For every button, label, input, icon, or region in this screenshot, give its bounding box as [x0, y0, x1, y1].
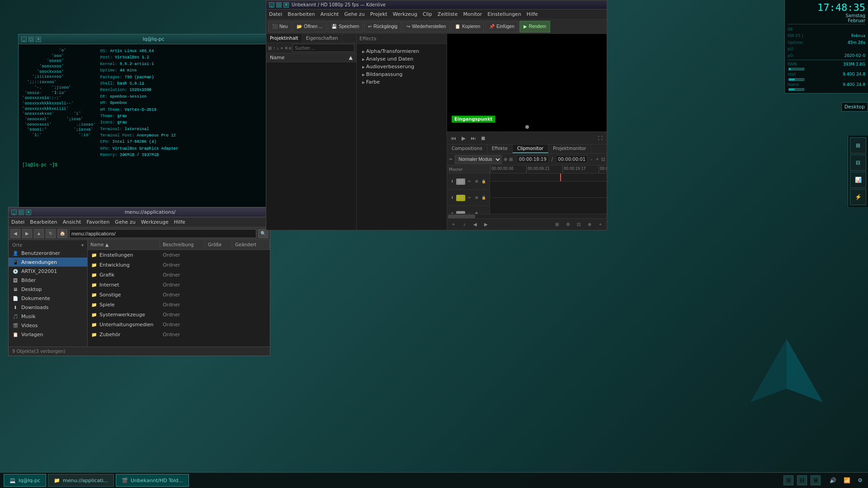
sidebar-item-downloads[interactable]: ⬇ Downloads — [9, 303, 87, 312]
kd-neu-btn[interactable]: ⬛ Neu — [268, 21, 292, 33]
track-v2-lock-btn[interactable]: 🔒 — [481, 178, 487, 185]
kd-speichern-btn[interactable]: 💾 Speichern — [327, 21, 363, 33]
kd-menu-clip[interactable]: Clip — [423, 11, 432, 17]
kd-menu-einstellungen[interactable]: Einstellungen — [487, 11, 521, 17]
sidebar-item-videos[interactable]: 🎬 Videos — [9, 321, 87, 330]
panel-remove-icon[interactable]: ✕ — [284, 44, 288, 52]
panel-menu-icon[interactable]: ≡ — [289, 44, 292, 52]
fm-home-btn[interactable]: 🏠 — [57, 229, 67, 238]
sidebar-item-bilder[interactable]: 🖼 Bilder — [9, 276, 87, 285]
sidebar-item-artix[interactable]: 💿 ARTIX_202001 — [9, 267, 87, 276]
kd-menu-bearbeiten[interactable]: Bearbeiten — [288, 11, 315, 17]
list-item[interactable]: 📁 Entwicklung Ordner — [88, 260, 270, 270]
list-item[interactable]: 📁 Zubehör Ordner — [88, 329, 270, 339]
terminal-minimize-btn[interactable]: _ — [21, 37, 27, 42]
panel-list-icon[interactable]: ⊞ — [268, 44, 272, 52]
bt-music-btn[interactable]: ♪ — [460, 220, 469, 229]
zoom-in-timeline-btn[interactable]: + — [595, 155, 599, 164]
kd-einfuegen-btn[interactable]: 📌 Einfügen — [485, 21, 518, 33]
effect-item-audio[interactable]: Audioverbesserung — [360, 63, 443, 70]
kd-oeffnen-btn[interactable]: 📂 Öffnen ... — [292, 21, 326, 33]
kd-menu-werkzeug[interactable]: Werkzeug — [393, 11, 417, 17]
tab-eigenschaften[interactable]: Eigenschaften — [302, 34, 342, 42]
tray-windows-icon[interactable]: ⊞ — [783, 475, 793, 485]
col-desc[interactable]: Beschreibung — [160, 241, 205, 248]
fm-menu-bearbeiten[interactable]: Bearbeiten — [30, 219, 57, 225]
panel-down-icon[interactable]: ↓ — [277, 44, 280, 52]
tab-projektmonitor[interactable]: Projektmonitor — [548, 145, 591, 153]
timeline-scrollbar[interactable] — [447, 214, 607, 218]
tab-projektinhalt[interactable]: Projektinhalt — [266, 34, 302, 42]
kd-menu-monitor[interactable]: Monitor — [463, 11, 482, 17]
taskbar-item-filemanager[interactable]: 📁 menu://applicati... — [48, 474, 114, 487]
track-v2-down-btn[interactable]: ⬇ — [449, 178, 455, 185]
terminal-content[interactable]: 'o' 'ooo' 'ooxoo' 'oooxxxoo' 'ooockxxoo'… — [19, 44, 269, 221]
taskbar-item-kdenlive[interactable]: 🎬 Unbekannt/HD Told... — [116, 474, 189, 487]
tab-clipmonitor[interactable]: Clipmonitor — [513, 145, 548, 153]
track-v2-row[interactable] — [490, 182, 607, 198]
fm-forward-btn[interactable]: ▶ — [22, 229, 32, 238]
fm-close-btn[interactable]: × — [26, 210, 31, 215]
zoom-in-btn[interactable]: ⛶ — [596, 134, 605, 143]
timeline-magnet-btn[interactable]: ⊕ — [504, 155, 508, 164]
sidebar-item-benutzerordner[interactable]: 👤 Benutzerordner — [9, 249, 87, 258]
fm-maximize-btn[interactable]: □ — [19, 210, 24, 215]
terminal-maximize-btn[interactable]: □ — [28, 37, 34, 42]
bt-prev-btn[interactable]: ◀ — [471, 220, 480, 229]
track-v1-down-btn[interactable]: ⬇ — [449, 195, 455, 201]
list-item[interactable]: 📁 Grafik Ordner — [88, 270, 270, 280]
right-btn-3[interactable]: 📊 — [850, 172, 866, 188]
bt-plus-btn[interactable]: + — [596, 220, 605, 229]
kd-wiederherstellen-btn[interactable]: ↪ Wiederherstellen — [402, 21, 450, 33]
effect-item-farbe[interactable]: Farbe — [360, 78, 443, 86]
track-v1-lock-btn[interactable]: 🔒 — [481, 195, 487, 201]
effect-item-alpha[interactable]: Alpha/Transformieren — [360, 47, 443, 55]
track-v1-comp-btn[interactable]: ⊞ — [473, 195, 480, 201]
fm-controls[interactable]: _ □ × — [11, 210, 31, 215]
kd-menu-gehzu[interactable]: Gehe zu — [344, 11, 364, 17]
terminal-prompt[interactable]: [lq@lq-pc ~]$ — [22, 162, 265, 169]
list-item[interactable]: 📁 Unterhaltungsmedien Ordner — [88, 319, 270, 329]
fm-menu-gehzu[interactable]: Gehe zu — [115, 219, 135, 225]
tray-settings-icon[interactable]: ⚙ — [858, 477, 863, 483]
track-v1-row[interactable] — [490, 198, 607, 214]
fm-up-btn[interactable]: ▲ — [34, 229, 44, 238]
play-btn[interactable]: ▶ — [459, 134, 468, 143]
fm-back-btn[interactable]: ◀ — [10, 229, 20, 238]
stop-btn[interactable]: ⏹ — [479, 134, 488, 143]
fm-menu-hilfe[interactable]: Hilfe — [174, 219, 185, 225]
bt-zoom-fit-btn[interactable]: ⊡ — [574, 220, 583, 229]
fm-refresh-btn[interactable]: ↻ — [46, 229, 56, 238]
bt-track-add-btn[interactable]: + — [449, 220, 458, 229]
kd-kopieren-btn[interactable]: 📋 Kopieren — [451, 21, 484, 33]
kd-rendern-btn[interactable]: ▶ Rendern — [519, 21, 550, 33]
list-item[interactable]: 📁 Spiele Ordner — [88, 300, 270, 310]
kd-menu-ansicht[interactable]: Ansicht — [321, 11, 339, 17]
effect-item-analyse[interactable]: Analyse und Daten — [360, 55, 443, 63]
kd-minimize-btn[interactable]: _ — [269, 2, 274, 8]
tray-apps-icon[interactable]: ⊟ — [797, 475, 807, 485]
effect-item-bild[interactable]: Bildanpassung — [360, 70, 443, 78]
col-name[interactable]: Name ▲ — [88, 241, 160, 248]
kd-rueckgaengig-btn[interactable]: ↩ Rückgängig — [364, 21, 401, 33]
track-v2-comp-btn[interactable]: ⊞ — [473, 178, 480, 185]
right-btn-2[interactable]: ⊟ — [850, 155, 866, 171]
list-item[interactable]: 📁 Einstellungen Ordner — [88, 250, 270, 260]
kd-menu-zeitliste[interactable]: Zeitliste — [438, 11, 458, 17]
right-btn-1[interactable]: ⊞ — [850, 137, 866, 154]
bt-add-track-btn[interactable]: ⊞ — [552, 220, 561, 229]
taskbar-item-terminal[interactable]: 💻 lq@lq-pc — [4, 474, 46, 487]
panel-up-icon[interactable]: ↑ — [273, 44, 276, 52]
tab-effekte[interactable]: Effekte — [487, 145, 513, 153]
fm-minimize-btn[interactable]: _ — [11, 210, 17, 215]
bt-snap-btn[interactable]: ⊕ — [585, 220, 594, 229]
prev-frame-btn[interactable]: ⏮ — [449, 134, 458, 143]
fit-timeline-btn[interactable]: ⊡ — [601, 155, 605, 164]
fm-menu-ansicht[interactable]: Ansicht — [63, 219, 81, 225]
terminal-close-btn[interactable]: × — [36, 37, 41, 42]
tray-network-icon[interactable]: 📶 — [844, 477, 850, 483]
panel-add-icon[interactable]: + — [280, 44, 283, 52]
kd-controls[interactable]: _ □ × — [269, 2, 289, 8]
next-frame-btn[interactable]: ⏭ — [469, 134, 478, 143]
kd-maximize-btn[interactable]: □ — [276, 2, 282, 8]
